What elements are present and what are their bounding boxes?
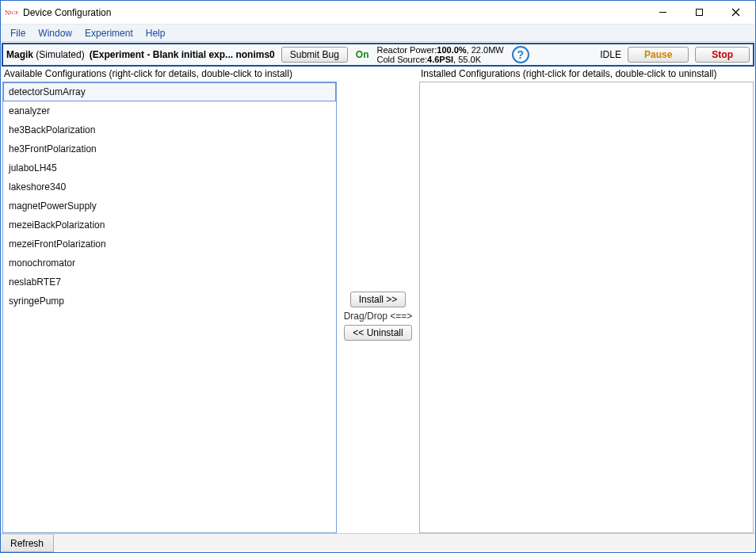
footer: Refresh (1, 533, 755, 552)
status-idle: IDLE (600, 49, 621, 60)
installed-header: Installed Configurations (right-click fo… (419, 67, 754, 82)
available-column: Available Configurations (right-click fo… (2, 67, 337, 533)
instrument-simulated: (Simulated) (33, 49, 85, 60)
refresh-button[interactable]: Refresh (1, 534, 54, 552)
minimize-icon (659, 8, 667, 17)
status-on: On (356, 49, 369, 60)
reactor-power-extra: , 22.0MW (467, 45, 504, 55)
minimize-button[interactable] (644, 2, 681, 24)
menu-file[interactable]: File (6, 26, 30, 40)
list-item[interactable]: he3BackPolarization (3, 120, 336, 139)
cold-source-label: Cold Source: (376, 55, 427, 64)
available-header: Available Configurations (right-click fo… (2, 67, 337, 82)
cold-source-value: 4.6PSI (427, 55, 453, 64)
center-controls: Install >> Drag/Drop <==> << Uninstall (338, 67, 418, 533)
panels-row: Available Configurations (right-click fo… (1, 67, 755, 533)
experiment-label: (Experiment - Blank initial exp... nonim… (90, 49, 275, 60)
install-button[interactable]: Install >> (350, 292, 407, 307)
reactor-status: Reactor Power:100.0%, 22.0MW Cold Source… (376, 45, 503, 64)
dragdrop-label: Drag/Drop <==> (344, 311, 413, 322)
close-button[interactable] (717, 2, 754, 24)
list-item[interactable]: eanalyzer (3, 101, 336, 120)
installed-listbox[interactable] (419, 82, 754, 533)
available-listbox[interactable]: detectorSumArrayeanalyzerhe3BackPolariza… (2, 82, 337, 533)
list-item[interactable]: he3FrontPolarization (3, 139, 336, 158)
titlebar: NICE Device Configuration (1, 1, 755, 25)
list-item[interactable]: detectorSumArray (3, 82, 336, 101)
uninstall-button[interactable]: << Uninstall (344, 325, 411, 341)
menu-experiment[interactable]: Experiment (80, 26, 138, 40)
main-area: Available Configurations (right-click fo… (1, 67, 755, 552)
close-icon (731, 8, 740, 17)
status-toolbar: Magik (Simulated) (Experiment - Blank in… (2, 43, 754, 67)
reactor-power-label: Reactor Power: (376, 45, 437, 55)
maximize-icon (695, 8, 704, 17)
svg-rect-1 (696, 10, 702, 16)
submit-bug-button[interactable]: Submit Bug (281, 47, 348, 63)
pause-button[interactable]: Pause (628, 47, 689, 63)
window-frame: NICE Device Configuration File Window Ex… (0, 0, 756, 553)
menu-window[interactable]: Window (33, 26, 77, 40)
list-item[interactable]: monochromator (3, 254, 336, 273)
stop-button[interactable]: Stop (695, 47, 750, 63)
window-title: Device Configuration (23, 7, 111, 18)
list-item[interactable]: syringePump (3, 292, 336, 311)
cold-source-extra: , 55.0K (453, 55, 481, 64)
reactor-power-value: 100.0% (437, 45, 466, 55)
menu-help[interactable]: Help (141, 26, 170, 40)
reactor-power-line: Reactor Power:100.0%, 22.0MW (376, 45, 503, 55)
app-icon: NICE (6, 6, 18, 19)
maximize-button[interactable] (681, 2, 717, 24)
list-item[interactable]: magnetPowerSupply (3, 196, 336, 215)
list-item[interactable]: mezeiBackPolarization (3, 215, 336, 235)
list-item[interactable]: neslabRTE7 (3, 273, 336, 292)
installed-column: Installed Configurations (right-click fo… (419, 67, 754, 533)
list-item[interactable]: mezeiFrontPolarization (3, 235, 336, 254)
menubar: File Window Experiment Help (1, 25, 755, 42)
cold-source-line: Cold Source:4.6PSI, 55.0K (376, 55, 503, 64)
instrument-name-text: Magik (6, 49, 33, 60)
instrument-name: Magik (Simulated) (6, 49, 85, 60)
list-item[interactable]: julaboLH45 (3, 158, 336, 177)
list-item[interactable]: lakeshore340 (3, 177, 336, 196)
help-icon[interactable]: ? (512, 46, 529, 63)
